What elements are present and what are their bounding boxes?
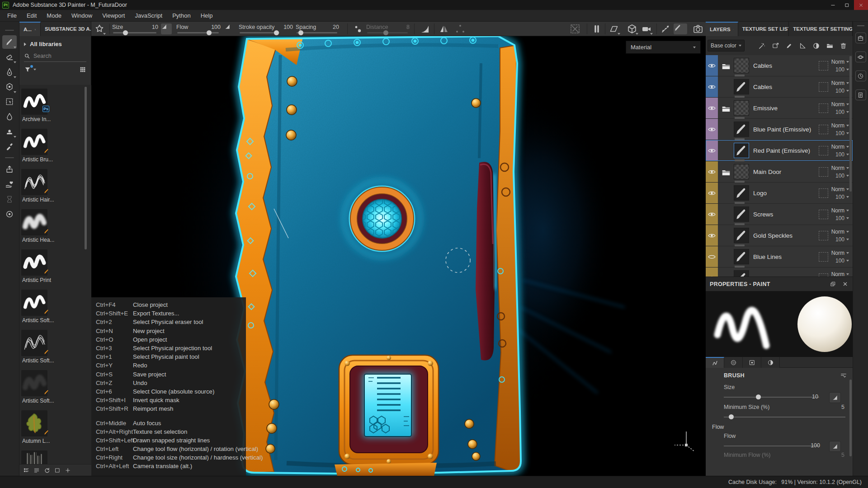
flow-falloff-button[interactable] [224,23,235,34]
tool-clone-stamp[interactable] [2,125,17,138]
flow-falloff-button[interactable] [829,441,841,452]
asset-item[interactable]: Artistic Soft... [21,290,91,324]
brush-stamp-button[interactable] [94,23,105,34]
layer-thumbnail[interactable] [734,79,749,94]
asset-item[interactable]: Artistic Hair... [21,169,91,203]
menu-javascript[interactable]: JavaScript [130,11,167,20]
opacity-dropdown[interactable]: 100 [835,258,849,264]
size-falloff-button[interactable] [161,23,172,34]
tool-smart-select[interactable] [2,95,17,108]
opacity-dropdown[interactable]: 100 [835,215,849,221]
dock-display-settings-button[interactable] [855,52,866,62]
blend-mode-dropdown[interactable]: Norm [831,59,849,65]
spacing-slider[interactable] [297,32,337,33]
eye-open-icon[interactable] [708,83,716,91]
size-slider-knob[interactable] [123,30,128,35]
mirror-symmetry-button[interactable] [439,23,449,34]
tab-close-icon[interactable] [733,28,734,32]
close-panel-icon[interactable] [842,281,848,287]
blend-mode-dropdown[interactable]: Norm [831,186,849,192]
mask-slot[interactable] [819,167,828,177]
folder-icon[interactable] [721,61,731,70]
particle-brush-button[interactable] [660,23,671,34]
layer-row-cables[interactable]: CablesNorm100 [706,55,853,76]
opacity-dropdown[interactable]: 100 [835,151,849,158]
flow-slider[interactable] [177,32,219,33]
opacity-dropdown[interactable]: 100 [835,109,849,115]
layer-thumbnail[interactable] [734,185,749,201]
tool-polygon-fill[interactable] [2,80,17,94]
mask-slot[interactable] [819,82,828,92]
min-size-slider[interactable] [724,414,846,420]
layer-thumbnail[interactable] [734,58,749,73]
eye-open-icon[interactable] [708,168,716,176]
mask-slot[interactable] [819,125,828,134]
eye-open-icon[interactable] [708,189,716,197]
asset-item[interactable]: Artistic Print [21,249,91,283]
float-panel-icon[interactable] [830,281,836,287]
tool-material-share[interactable] [2,178,17,191]
menu-window[interactable]: Window [66,11,97,20]
asset-item[interactable]: Artistic Bru... [21,129,91,163]
opacity-dropdown[interactable]: 100 [835,194,849,200]
subtab-stencil[interactable] [743,357,761,368]
porthole-window[interactable] [344,181,420,257]
dock-shelf-button[interactable] [855,33,866,43]
delete-layer-button[interactable] [840,42,847,50]
spacing-slider-knob[interactable] [298,30,303,35]
frame-button[interactable] [54,467,61,474]
blend-mode-dropdown[interactable]: Norm [831,271,849,277]
prop-size-knob[interactable] [756,394,761,399]
tool-eraser[interactable] [2,50,17,64]
radial-symmetry-button[interactable] [455,23,466,34]
prop-size-slider[interactable]: 10 [724,394,846,400]
mask-slot[interactable] [819,210,828,219]
blend-mode-dropdown[interactable]: Norm [831,207,849,214]
layer-thumbnail[interactable] [734,122,749,137]
effects-wand-button[interactable] [758,42,766,50]
mask-slot[interactable] [819,273,828,277]
layer-thumbnail[interactable] [734,206,749,222]
blend-mode-dropdown[interactable]: Norm [831,101,849,108]
asset-item[interactable]: Autumn L... [21,410,91,444]
tool-export[interactable] [2,163,17,176]
asset-item[interactable]: Artistic Soft... [21,370,91,404]
layer-thumbnail[interactable] [734,270,749,277]
blend-mode-dropdown[interactable]: Norm [831,80,849,86]
layer-thumbnail[interactable] [734,100,749,116]
menu-python[interactable]: Python [167,11,195,20]
prop-flow-slider[interactable]: 100 [724,443,846,449]
screenshot-button[interactable] [693,23,703,34]
menu-viewport[interactable]: Viewport [97,11,130,20]
refresh-button[interactable] [44,467,50,474]
list-compact-button[interactable] [33,467,40,474]
menu-edit[interactable]: Edit [22,11,42,20]
asset-scrollbar[interactable] [85,87,87,249]
flow-slider-knob[interactable] [207,30,212,35]
add-folder-button[interactable] [826,42,834,50]
tool-color-picker[interactable] [2,140,17,153]
size-slider[interactable] [113,32,156,33]
blend-mode-dropdown[interactable]: Norm [831,165,849,171]
tool-hourglass[interactable] [2,192,17,206]
viewport-3d[interactable]: Material Ctrl+F4Close projectCtrl+Shift+… [91,36,706,476]
subtab-brush[interactable] [706,357,724,368]
section-menu-icon[interactable] [840,372,847,379]
asset-item[interactable]: Artistic Soft... [21,330,91,364]
maximize-button[interactable] [840,0,854,10]
layer-row-red-paint-emissive-[interactable]: Red Paint (Emissive)Norm100 [706,140,853,161]
assets-tab-a-[interactable]: A... [19,22,41,36]
eye-open-icon[interactable] [708,61,716,70]
tool-paint-brush[interactable] [2,35,17,49]
min-size-knob[interactable] [729,414,734,419]
opacity-dropdown[interactable]: 100 [835,66,849,73]
layer-row-logo[interactable]: LogoNorm100 [706,183,853,203]
layer-row-screws[interactable]: ScrewsNorm100 [706,204,853,225]
eye-open-icon[interactable] [708,146,716,155]
paint-brush-mode-button[interactable] [674,23,687,34]
layer-row-main-door[interactable]: Main DoorNorm100 [706,161,853,182]
add-button[interactable] [65,467,71,474]
add-geometry-mask-button[interactable] [799,42,807,50]
opacity-dropdown[interactable]: 100 [835,130,849,136]
properties-scrollbar[interactable] [849,380,852,456]
